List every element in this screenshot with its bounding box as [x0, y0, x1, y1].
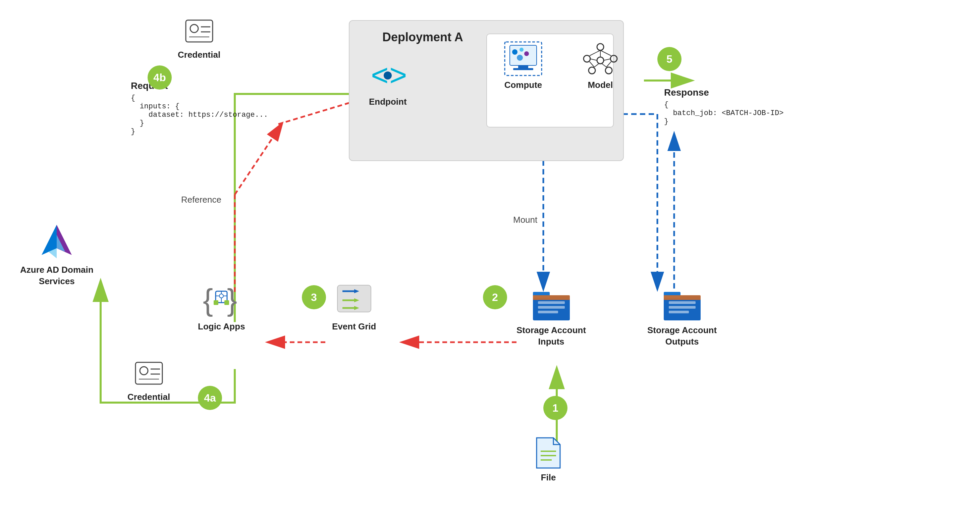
model-block: Model [580, 40, 620, 90]
svg-point-26 [589, 67, 595, 74]
step-2-circle: 2 [483, 285, 507, 309]
storage-inputs-label: Storage AccountInputs [517, 325, 586, 347]
event-grid-block: Event Grid [332, 282, 376, 332]
svg-point-22 [517, 55, 523, 61]
svg-rect-59 [538, 301, 565, 304]
svg-line-30 [600, 50, 611, 56]
compute-icon [503, 40, 543, 77]
step-4b-label: 4b [153, 72, 166, 84]
svg-point-39 [190, 24, 198, 33]
storage-outputs-block: Storage AccountOutputs [647, 288, 717, 347]
compute-label: Compute [504, 80, 542, 90]
response-title: Response [664, 87, 783, 98]
compute-block: Compute [503, 40, 543, 90]
file-icon [533, 436, 563, 470]
svg-rect-60 [538, 306, 565, 309]
svg-rect-72 [135, 362, 162, 384]
svg-point-24 [584, 55, 590, 62]
step-1-circle: 1 [543, 396, 568, 420]
svg-line-33 [590, 59, 597, 61]
diagram-container: Deployment A < > Endpoint Compute [0, 0, 980, 518]
credential-top-block: Credential [178, 17, 220, 60]
svg-text:}: } [227, 283, 237, 317]
svg-line-36 [594, 64, 599, 67]
svg-text:{: { [203, 283, 213, 317]
svg-rect-66 [669, 306, 695, 309]
svg-rect-65 [669, 301, 695, 304]
svg-point-23 [597, 44, 604, 50]
azure-ad-block: Azure AD DomainServices [20, 222, 94, 287]
step-2-label: 2 [492, 291, 498, 304]
response-block: Response { batch_job: <BATCH-JOB-ID> } [664, 87, 783, 126]
svg-rect-61 [538, 311, 558, 313]
step-3-label: 3 [311, 291, 317, 304]
svg-line-29 [590, 50, 600, 56]
file-block: File [533, 436, 563, 483]
model-label: Model [588, 80, 613, 90]
svg-rect-68 [664, 295, 701, 300]
storage-inputs-icon [531, 288, 571, 322]
svg-point-25 [610, 55, 617, 62]
svg-rect-18 [513, 68, 533, 70]
azure-ad-label: Azure AD DomainServices [20, 265, 94, 287]
svg-point-28 [597, 57, 604, 64]
svg-line-37 [602, 64, 606, 67]
credential-bottom-block: Credential [127, 359, 170, 402]
svg-rect-52 [224, 300, 229, 305]
logic-apps-block: { } Logic Apps [198, 282, 245, 332]
svg-point-73 [140, 367, 148, 375]
storage-outputs-icon [662, 288, 702, 322]
step-4a-circle: 4a [198, 386, 222, 410]
endpoint-block: < > Endpoint [369, 57, 407, 107]
step-1-label: 1 [552, 402, 558, 414]
svg-text:>: > [390, 58, 406, 92]
step-4b-circle: 4b [148, 65, 172, 89]
model-icon [580, 40, 620, 77]
credential-top-icon [184, 17, 214, 47]
svg-point-27 [605, 67, 612, 74]
step-5-label: 5 [667, 53, 673, 65]
deployment-title: Deployment A [382, 30, 463, 44]
endpoint-icon: < > [369, 57, 406, 94]
request-body: { inputs: { dataset: https://storage... … [131, 94, 268, 136]
svg-line-32 [606, 62, 611, 67]
event-grid-icon [336, 282, 372, 319]
response-body: { batch_job: <BATCH-JOB-ID> } [664, 100, 783, 126]
storage-outputs-label: Storage AccountOutputs [647, 325, 717, 347]
logic-apps-icon: { } [203, 282, 240, 319]
svg-point-46 [220, 294, 223, 298]
step-3-circle: 3 [302, 285, 326, 309]
credential-bottom-label: Credential [127, 392, 170, 402]
file-label: File [541, 472, 556, 483]
endpoint-label: Endpoint [369, 97, 407, 107]
logic-apps-label: Logic Apps [198, 321, 245, 332]
svg-rect-16 [510, 45, 537, 65]
step-4a-label: 4a [204, 392, 216, 404]
credential-bottom-icon [134, 359, 164, 389]
request-block: Request { inputs: { dataset: https://sto… [131, 81, 268, 136]
mount-label: Mount [513, 215, 537, 225]
svg-rect-67 [669, 311, 689, 313]
svg-rect-51 [214, 300, 218, 305]
reference-label: Reference [181, 194, 221, 205]
svg-point-20 [520, 48, 523, 52]
svg-line-31 [590, 62, 594, 67]
azure-ad-icon [38, 222, 75, 262]
step-5-circle: 5 [657, 47, 681, 71]
svg-rect-62 [533, 295, 570, 300]
svg-point-21 [524, 51, 529, 56]
svg-point-14 [384, 72, 392, 80]
svg-rect-38 [186, 20, 213, 42]
credential-top-label: Credential [178, 49, 220, 60]
svg-point-19 [512, 49, 517, 55]
storage-inputs-block: Storage AccountInputs [517, 288, 586, 347]
event-grid-label: Event Grid [332, 321, 376, 332]
svg-line-34 [604, 59, 611, 61]
